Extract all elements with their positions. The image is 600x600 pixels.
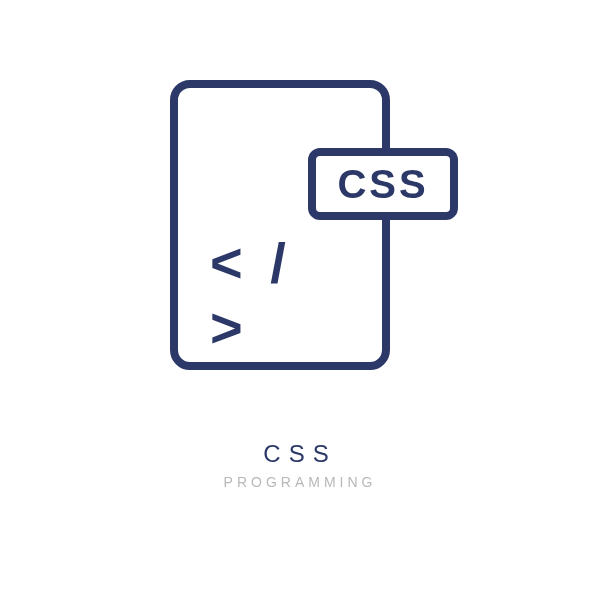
file-type-badge: CSS [308, 148, 458, 220]
icon-caption: CSS PROGRAMMING [224, 440, 377, 490]
caption-subtitle: PROGRAMMING [224, 474, 377, 490]
css-file-icon: CSS < / > [170, 80, 430, 410]
caption-title: CSS [224, 440, 377, 468]
code-brackets-icon: < / > [210, 230, 350, 360]
badge-label: CSS [337, 162, 428, 207]
